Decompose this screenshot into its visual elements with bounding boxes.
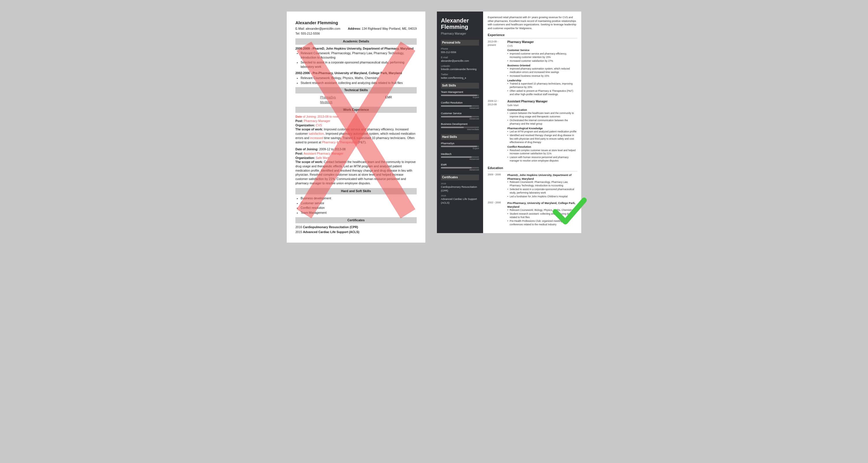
- left-address: Address: 134 Rightward Way Portland, ME,…: [348, 27, 417, 31]
- edu-bullet: Selected to assist in a corporate-sponso…: [301, 60, 417, 69]
- education-list: 2009 - 2006 PharmD, John Hopkins Univers…: [488, 173, 577, 227]
- soft-skill-item: Customer Service Advanced: [441, 112, 479, 120]
- cert-sidebar-item: 2015Advanced Cardiac Life Support (ACLS): [441, 194, 479, 204]
- list-item: Team Management: [301, 210, 417, 215]
- exp-bullet: Orchestrated the internal communication …: [507, 119, 577, 126]
- exp-bullet: Often asked to present at Pharmacy & The…: [507, 90, 577, 96]
- edu-bullet: Student research assistant: collecting a…: [301, 81, 417, 85]
- exp-bullet: Identified and resolved therapy change a…: [507, 134, 577, 144]
- email-label: E-mail: [441, 56, 479, 59]
- cert-2: 2015 Advanced Cardiac Life Support (ACLS…: [296, 230, 417, 234]
- work-entry-1: Date of Joining: 2013-08 to now Post: Ph…: [296, 114, 417, 144]
- edu-entry-2: 2002-2006 - Pre-Pharmacy, University of …: [296, 71, 417, 85]
- left-email-label: E-Mail: alexander@penicillin.com: [296, 27, 340, 31]
- technical-header: Technical Skills: [296, 87, 417, 93]
- soft-skills-list: Team Management Expert Conflict Resoluti…: [441, 90, 479, 131]
- resume-left: Alexander Flemming E-Mail: alexander@pen…: [287, 11, 425, 242]
- list-item: Business development: [301, 196, 417, 200]
- skill-emr: EMR: [385, 95, 392, 100]
- exp-sub-title: Business Oriented: [507, 64, 577, 67]
- left-name: Alexander Flemming: [296, 20, 417, 26]
- edu-bullet: Relevant Coursework: Biology, Physics, M…: [301, 76, 417, 80]
- education-section-title: Education: [488, 166, 577, 171]
- phone-label: Phone: [441, 47, 479, 51]
- skill-pharmasys: PharmaSys: [320, 95, 336, 100]
- work-header: Work Experience: [296, 107, 417, 113]
- exp-bullet: Liaison between the healthcare team and …: [507, 112, 577, 119]
- exp-bullet: Increased business revenue by 15%: [507, 74, 577, 78]
- exp-bullet: Improved customer service and pharmacy e…: [507, 52, 577, 59]
- cert-sidebar-item: 2016Cardiopulmonary Resuscitation (CPR): [441, 182, 479, 192]
- exp-bullet: Improved pharmacy automation system, whi…: [507, 67, 577, 74]
- hard-skills-header: Hard Skills: [441, 134, 479, 140]
- exp-bullet: Led an MTM program and analyzed patient …: [507, 130, 577, 134]
- hard-soft-list: Business development Customer service Co…: [301, 196, 417, 215]
- twitter-value: twitter.com/flemming_a: [441, 76, 479, 80]
- edu-bullet: Relevant Coursework: Pharmacology, Pharm…: [301, 51, 417, 59]
- soft-skill-item: Team Management Expert: [441, 90, 479, 99]
- edu-entry-1: 2006-2009 - PharmD, John Hopkins Univers…: [296, 46, 417, 69]
- resume-right: Alexander Flemming Pharmacy Manager Pers…: [437, 11, 581, 233]
- summary-text: Experienced retail pharmacist with 8+ ye…: [488, 15, 577, 30]
- exp-entry: 2013-08 - present Pharmacy Manager CVS C…: [488, 40, 577, 97]
- soft-skill-item: Conflict Resolution Advanced: [441, 101, 479, 110]
- work-entry-2: Date of Joining: 2009-12 to 2013-08 Post…: [296, 147, 417, 185]
- exp-bullet: Resolved complex customer issues at stor…: [507, 149, 577, 156]
- hard-skills-list: PharmaSys Expert Meditech Advanced EMR A…: [441, 142, 479, 172]
- exp-bullet: Trained & supervised 10 pharmacy technic…: [507, 82, 577, 89]
- exp-sub-title: Customer Service: [507, 48, 577, 52]
- phone-value: 555-212-5556: [441, 51, 479, 54]
- skills-grid: PharmaSys Meditech EMR: [296, 95, 417, 104]
- edu-right-entry: 2009 - 2006 PharmD, John Hopkins Univers…: [488, 173, 577, 199]
- exp-sub-title: Pharmacological Knowledge: [507, 127, 577, 130]
- left-tel: Tel: 555-212-5556: [296, 31, 417, 36]
- exp-bullet: Increased customer satisfaction by 27%: [507, 59, 577, 63]
- linkedin-value: linkedin.com/alexander.flemming: [441, 68, 479, 71]
- hard-skill-item: Meditech Advanced: [441, 152, 479, 161]
- right-title: Pharmacy Manager: [441, 32, 479, 36]
- skill-meditech: Meditech: [320, 100, 336, 104]
- right-name: Alexander Flemming: [441, 17, 479, 30]
- edu-right-entry: 2002 - 2006 Pre-Pharmacy, University of …: [488, 201, 577, 227]
- cert-1: 2016 Cardiopulmonary Resuscitation (CPR): [296, 225, 417, 229]
- linkedin-label: Linkedin: [441, 65, 479, 68]
- academic-header: Academic Details: [296, 38, 417, 44]
- certs-header: Certificates: [296, 217, 417, 223]
- list-item: Conflict resolution: [301, 206, 417, 210]
- twitter-label: Twitter: [441, 73, 479, 76]
- soft-skill-item: Business Development Intermediate: [441, 122, 479, 131]
- experience-section-title: Experience: [488, 33, 577, 38]
- soft-skills-header: Soft Skills: [441, 83, 479, 89]
- exp-sub-title: Conflict Resolution: [507, 145, 577, 149]
- edu-right-bullet: Student research assistant: collecting a…: [507, 212, 577, 219]
- edu-right-bullet: Selected to assist in a corporate-sponso…: [507, 188, 577, 195]
- list-item: Customer service: [301, 201, 417, 205]
- exp-sub-title: Communication: [507, 108, 577, 112]
- certs-sidebar-list: 2016Cardiopulmonary Resuscitation (CPR)2…: [441, 182, 479, 205]
- right-sidebar: Alexander Flemming Pharmacy Manager Pers…: [437, 11, 483, 233]
- personal-info-header: Personal Info: [441, 40, 479, 45]
- exp-sub-title: Leadership: [507, 79, 577, 82]
- email-value: alexander@penicillin.com: [441, 59, 479, 63]
- edu-right-bullet: Relevant Coursework: Pharmacology, Pharm…: [507, 180, 577, 188]
- certs-sidebar-header: Certificates: [441, 174, 479, 180]
- hard-skill-item: EMR Advanced: [441, 163, 479, 172]
- edu-right-bullet: Relevant Coursework: Biology, Physics, M…: [507, 208, 577, 212]
- exp-bullet: Liaison with human resource personnel an…: [507, 156, 577, 163]
- exp-entry: 2009-12 - 2013-08 Assistant Pharmacy Man…: [488, 100, 577, 163]
- hard-soft-header: Hard and Soft Skills: [296, 188, 417, 194]
- edu-right-bullet: Led a fundraiser for John Hopkins Childr…: [507, 195, 577, 198]
- experience-list: 2013-08 - present Pharmacy Manager CVS C…: [488, 40, 577, 163]
- right-main: Experienced retail pharmacist with 8+ ye…: [483, 11, 581, 233]
- hard-skill-item: PharmaSys Expert: [441, 142, 479, 150]
- edu-right-bullet: Pre-Health Professions Club: organized m…: [507, 220, 577, 227]
